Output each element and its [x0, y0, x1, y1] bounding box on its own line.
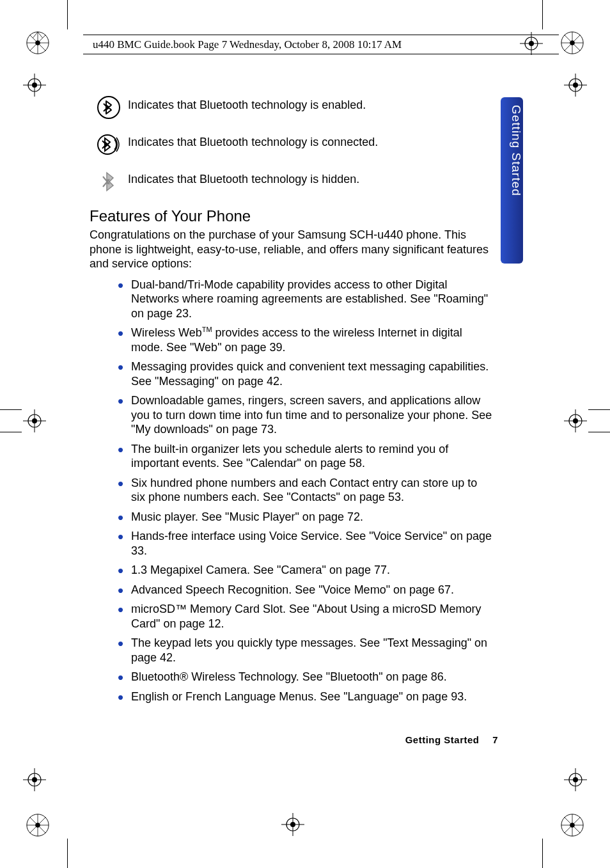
indicator-text: Indicates that Bluetooth technology is h…: [128, 170, 359, 186]
intro-paragraph: Congratulations on the purchase of your …: [90, 228, 492, 271]
page-content: Indicates that Bluetooth technology is e…: [90, 96, 492, 709]
list-item: microSD™ Memory Card Slot. See "About Us…: [121, 602, 492, 631]
registration-mark-icon: [26, 813, 50, 837]
bluetooth-enabled-icon: [90, 96, 128, 119]
section-tab: Getting Started: [501, 97, 523, 264]
feature-text: English or French Language Menus. See "L…: [131, 690, 467, 703]
feature-text: Wireless WebTM provides access to the wi…: [131, 326, 462, 354]
indicator-row: Indicates that Bluetooth technology is h…: [90, 170, 492, 193]
crop-line: [588, 432, 610, 432]
list-item: Downloadable games, ringers, screen save…: [121, 393, 492, 437]
list-item: Music player. See "Music Player" on page…: [121, 510, 492, 525]
svg-point-37: [32, 418, 37, 423]
crosshair-icon: [23, 409, 46, 432]
registration-mark-icon: [26, 31, 50, 55]
crop-line: [588, 409, 610, 410]
header-rule-top: [83, 35, 559, 35]
list-item: The built-in organizer lets you schedule…: [121, 442, 492, 471]
crop-line: [542, 839, 543, 868]
feature-text: The built-in organizer lets you schedule…: [131, 443, 448, 470]
bluetooth-hidden-icon: [90, 170, 128, 193]
crop-line: [0, 432, 22, 432]
registration-mark-icon: [560, 813, 584, 837]
crosshair-icon: [23, 768, 46, 791]
list-item: The keypad lets you quickly type message…: [121, 636, 492, 665]
svg-point-57: [573, 777, 578, 782]
page-footer: Getting Started 7: [405, 734, 498, 745]
crosshair-icon: [23, 74, 46, 97]
indicator-text: Indicates that Bluetooth technology is c…: [128, 133, 378, 149]
page-header-text: u440 BMC Guide.book Page 7 Wednesday, Oc…: [93, 38, 402, 51]
crosshair-icon: [281, 813, 304, 836]
svg-point-41: [573, 418, 578, 423]
svg-point-7: [35, 40, 40, 45]
footer-section: Getting Started: [405, 734, 480, 745]
registration-mark-icon: [560, 31, 584, 55]
feature-text: Bluetooth® Wireless Technology. See "Blu…: [131, 670, 447, 683]
list-item: Dual-band/Tri-Mode capability provides a…: [121, 278, 492, 321]
header-rule-bottom: [83, 54, 559, 54]
svg-point-19: [35, 823, 40, 828]
list-item: Advanced Speech Recognition. See "Voice …: [121, 583, 492, 597]
list-item: English or French Language Menus. See "L…: [121, 690, 492, 704]
bluetooth-connected-icon: [90, 133, 128, 156]
crop-line: [542, 0, 543, 29]
feature-text: Messaging provides quick and convenient …: [131, 360, 489, 388]
indicator-row: Indicates that Bluetooth technology is e…: [90, 96, 492, 119]
list-item: 1.3 Megapixel Camera. See "Camera" on pa…: [121, 563, 492, 578]
svg-point-53: [32, 777, 37, 782]
crosshair-icon: [564, 768, 587, 791]
feature-text: Dual-band/Tri-Mode capability provides a…: [131, 278, 488, 320]
section-heading: Features of Your Phone: [90, 207, 492, 225]
svg-point-13: [570, 40, 575, 45]
svg-point-49: [573, 83, 578, 88]
feature-text: Six hundred phone numbers and each Conta…: [131, 477, 477, 504]
indicator-text: Indicates that Bluetooth technology is e…: [128, 96, 366, 112]
crop-line: [67, 0, 68, 29]
crop-line: [67, 839, 68, 868]
feature-list: Dual-band/Tri-Mode capability provides a…: [90, 278, 492, 704]
list-item: Bluetooth® Wireless Technology. See "Blu…: [121, 670, 492, 684]
feature-text: 1.3 Megapixel Camera. See "Camera" on pa…: [131, 564, 390, 576]
feature-text: microSD™ Memory Card Slot. See "About Us…: [131, 603, 481, 630]
crosshair-icon: [564, 74, 587, 97]
list-item: Messaging provides quick and convenient …: [121, 359, 492, 388]
footer-page-number: 7: [492, 734, 498, 745]
list-item: Wireless WebTM provides access to the wi…: [121, 326, 492, 354]
feature-text: Advanced Speech Recognition. See "Voice …: [131, 583, 454, 596]
section-tab-label: Getting Started: [501, 105, 523, 196]
feature-text: Music player. See "Music Player" on page…: [131, 510, 363, 523]
svg-point-45: [32, 83, 37, 88]
indicator-row: Indicates that Bluetooth technology is c…: [90, 133, 492, 156]
svg-point-25: [570, 823, 575, 828]
list-item: Hands-free interface using Voice Service…: [121, 529, 492, 558]
feature-text: The keypad lets you quickly type message…: [131, 636, 487, 664]
crosshair-icon: [564, 409, 587, 432]
crosshair-icon: [520, 32, 543, 55]
svg-point-29: [529, 41, 534, 46]
list-item: Six hundred phone numbers and each Conta…: [121, 476, 492, 505]
feature-text: Downloadable games, ringers, screen save…: [131, 394, 492, 436]
svg-point-33: [290, 822, 295, 827]
feature-text: Hands-free interface using Voice Service…: [131, 530, 492, 557]
crop-line: [0, 409, 22, 410]
